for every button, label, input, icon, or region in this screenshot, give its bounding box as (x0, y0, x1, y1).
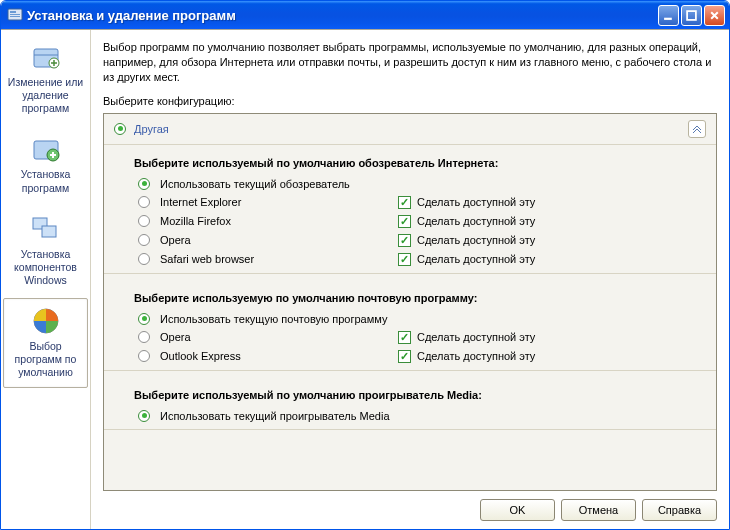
config-section: Выберите используемый по умолчанию проиг… (104, 377, 716, 436)
option-row: Использовать текущую почтовую программу (138, 310, 706, 328)
sidebar-item-label: Выбор программ по умолчанию (6, 340, 85, 379)
option-radio[interactable] (138, 313, 150, 325)
access-checkbox[interactable] (398, 234, 411, 247)
access-label: Сделать доступной эту (417, 234, 535, 246)
sidebar-item-label: Установка программ (6, 168, 85, 194)
sidebar-item-label: Установка компонентов Windows (6, 248, 85, 287)
section-title: Выберите используемый по умолчанию проиг… (134, 389, 706, 401)
intro-text: Выбор программ по умолчанию позволяет вы… (103, 40, 717, 85)
option-row: Использовать текущий обозреватель (138, 175, 706, 193)
access-checkbox[interactable] (398, 253, 411, 266)
window-title: Установка и удаление программ (27, 8, 656, 23)
access-label: Сделать доступной эту (417, 253, 535, 265)
dialog-footer: OK Отмена Справка (103, 491, 717, 521)
titlebar[interactable]: Установка и удаление программ (1, 1, 729, 29)
option-label: Opera (160, 234, 191, 246)
option-left: Opera (138, 331, 398, 343)
close-button[interactable] (704, 5, 725, 26)
help-button[interactable]: Справка (642, 499, 717, 521)
option-left: Использовать текущую почтовую программу (138, 313, 398, 325)
option-radio[interactable] (138, 234, 150, 246)
main-panel: Выбор программ по умолчанию позволяет вы… (91, 30, 729, 529)
svg-rect-4 (664, 17, 672, 19)
option-radio[interactable] (138, 253, 150, 265)
option-left: Opera (138, 234, 398, 246)
option-left: Outlook Express (138, 350, 398, 362)
svg-rect-2 (10, 14, 20, 15)
section-title: Выберите используемую по умолчанию почто… (134, 292, 706, 304)
config-scroll[interactable]: Другая Выберите используемый по умолчани… (104, 114, 716, 490)
option-label: Internet Explorer (160, 196, 241, 208)
option-row: Использовать текущий проигрыватель Media (138, 407, 706, 425)
option-access: Сделать доступной эту (398, 215, 535, 228)
config-section: Выберите используемый по умолчанию обозр… (104, 145, 716, 280)
cancel-button[interactable]: Отмена (561, 499, 636, 521)
sidebar-item-windows-components[interactable]: Установка компонентов Windows (3, 206, 88, 296)
sidebar-item-defaults[interactable]: Выбор программ по умолчанию (3, 298, 88, 388)
config-panel: Другая Выберите используемый по умолчани… (103, 113, 717, 491)
box-add-icon (30, 133, 62, 165)
option-row: Safari web browserСделать доступной эту (138, 250, 706, 269)
window-body: Изменение или удаление программ Установк… (1, 29, 729, 529)
option-left: Internet Explorer (138, 196, 398, 208)
access-label: Сделать доступной эту (417, 196, 535, 208)
svg-rect-5 (687, 11, 696, 20)
collapse-button[interactable] (688, 120, 706, 138)
windows-icon (30, 213, 62, 245)
minimize-button[interactable] (658, 5, 679, 26)
section-title: Выберите используемый по умолчанию обозр… (134, 157, 706, 169)
option-left: Использовать текущий проигрыватель Media (138, 410, 398, 422)
option-radio[interactable] (138, 178, 150, 190)
access-checkbox[interactable] (398, 196, 411, 209)
section-separator (104, 273, 716, 274)
option-row: Outlook ExpressСделать доступной эту (138, 347, 706, 366)
option-row: OperaСделать доступной эту (138, 328, 706, 347)
option-row: OperaСделать доступной эту (138, 231, 706, 250)
access-checkbox[interactable] (398, 350, 411, 363)
option-access: Сделать доступной эту (398, 234, 535, 247)
option-left: Использовать текущий обозреватель (138, 178, 398, 190)
option-radio[interactable] (138, 215, 150, 227)
prompt-label: Выберите конфигурацию: (103, 95, 717, 107)
svg-rect-3 (10, 16, 20, 17)
option-label: Outlook Express (160, 350, 241, 362)
access-checkbox[interactable] (398, 331, 411, 344)
option-label: Safari web browser (160, 253, 254, 265)
access-checkbox[interactable] (398, 215, 411, 228)
svg-rect-1 (10, 11, 16, 13)
option-access: Сделать доступной эту (398, 196, 535, 209)
option-radio[interactable] (138, 196, 150, 208)
maximize-button[interactable] (681, 5, 702, 26)
option-radio[interactable] (138, 331, 150, 343)
category-label: Другая (134, 123, 688, 135)
access-label: Сделать доступной эту (417, 215, 535, 227)
option-radio[interactable] (138, 410, 150, 422)
appwiz-window: Установка и удаление программ Изменение … (0, 0, 730, 530)
ok-button[interactable]: OK (480, 499, 555, 521)
app-icon (7, 7, 23, 23)
sidebar-item-label: Изменение или удаление программ (6, 76, 85, 115)
option-row: Internet ExplorerСделать доступной эту (138, 193, 706, 212)
sidebar: Изменение или удаление программ Установк… (1, 30, 91, 529)
access-label: Сделать доступной эту (417, 331, 535, 343)
option-label: Opera (160, 331, 191, 343)
option-radio[interactable] (138, 350, 150, 362)
radio-icon (114, 123, 126, 135)
option-label: Использовать текущий проигрыватель Media (160, 410, 390, 422)
section-separator (104, 429, 716, 430)
option-access: Сделать доступной эту (398, 350, 535, 363)
option-label: Mozilla Firefox (160, 215, 231, 227)
config-category-other[interactable]: Другая (104, 114, 716, 145)
defaults-icon (30, 305, 62, 337)
option-left: Mozilla Firefox (138, 215, 398, 227)
svg-rect-11 (42, 226, 56, 237)
sidebar-item-add[interactable]: Установка программ (3, 126, 88, 203)
access-label: Сделать доступной эту (417, 350, 535, 362)
option-label: Использовать текущий обозреватель (160, 178, 350, 190)
box-icon (30, 41, 62, 73)
option-label: Использовать текущую почтовую программу (160, 313, 388, 325)
option-access: Сделать доступной эту (398, 331, 535, 344)
section-separator (104, 370, 716, 371)
option-left: Safari web browser (138, 253, 398, 265)
sidebar-item-change-remove[interactable]: Изменение или удаление программ (3, 34, 88, 124)
